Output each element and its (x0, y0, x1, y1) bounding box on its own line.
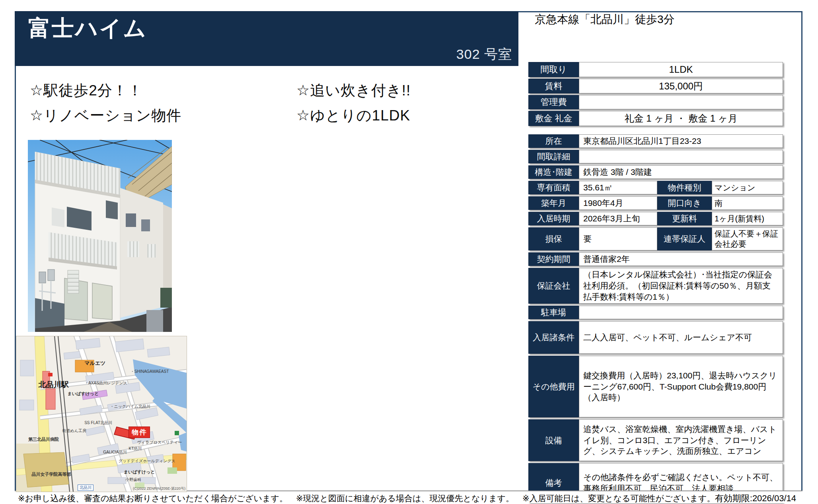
map-label-nick-heim: ・ニックハイム北品川 (110, 404, 150, 409)
station-access: 京急本線「北品川」徒歩3分 (535, 12, 675, 27)
map-label-mybasket-1: まいばすけっと (67, 391, 99, 397)
row-value: 追焚バス、浴室乾燥機、室内洗濯機置き場、バストイレ別、コンロ3口、エアコン付き、… (579, 419, 783, 461)
map-label-ss-flat: SS FLAT北品川 (84, 420, 112, 426)
row-value: （日本レンタル保証株式会社）･当社指定の保証会社利用必須。（初回保証料:賃料等の… (579, 268, 783, 304)
map-label-ono-dental: 小野歯科 (125, 477, 141, 483)
row-label: 損保 (528, 227, 579, 250)
map-label-galicia: GALICIA品川 (103, 450, 127, 455)
row-value-2: マンション (712, 181, 783, 194)
table-row: 間取り 1LDK (528, 62, 783, 77)
building-photo-art (28, 140, 172, 332)
table-row: 管理費 (528, 95, 783, 109)
table-row: 間取詳細 (528, 150, 783, 163)
row-label: 設備 (528, 419, 579, 461)
row-label: 築年月 (528, 196, 579, 210)
map-road-label: 北品川 (78, 485, 93, 491)
map-label-good-days: グッドデイズホールディングス (119, 458, 175, 464)
row-value: 礼金 1 ヶ月 ・ 敷金 1 ヶ月 (579, 111, 783, 126)
table-row: 損保 要 連帯保証人 保証人不要＋保証会社必要 (528, 227, 783, 250)
room-number: 302 号室 (456, 45, 512, 64)
row-value: 2026年3月上旬 (579, 212, 657, 225)
row-label: 管理費 (528, 95, 579, 109)
row-label: 構造･階建 (528, 165, 579, 179)
row-value: 鍵交換費用（入居時）23,100円、退去時ハウスクリーニング67,600円、T-… (579, 356, 783, 417)
map-label-maruetsu: マルエツ (84, 360, 105, 367)
map-copyright: (C)2022 ZENRIN(Z05E-第220号) (133, 486, 185, 491)
row-label: 賃料 (528, 79, 579, 94)
property-marker: 物件 (129, 426, 150, 438)
highlight-reheating-bath: ☆追い炊き付き!! (296, 81, 411, 101)
table-row: 入居諸条件 二人入居可、ペット不可、ルームシェア不可 (528, 321, 783, 354)
row-value (579, 95, 783, 109)
map-label-shinagawa-east: ・SHINAGAWAEAST (130, 369, 169, 374)
row-label: 専有面積 (528, 181, 579, 194)
row-value: 要 (579, 227, 657, 250)
row-value: 東京都品川区北品川1丁目23-23 (579, 134, 783, 148)
row-value-2: 1ヶ月(新賃料) (712, 212, 783, 225)
table-row: 所在 東京都品川区北品川1丁目23-23 (528, 134, 783, 148)
row-label: 敷金 礼金 (528, 111, 579, 126)
footer-notes: ※お申し込み後、審査の結果お断りさせていただく場合がございます。 ※現況と図面に… (18, 493, 715, 504)
row-label-2: 物件種別 (657, 181, 712, 194)
title-bar: 富士ハイム 302 号室 (15, 11, 518, 66)
map-label-axas: ・AXAS品川レジデンス (84, 380, 127, 386)
row-value (579, 150, 783, 163)
row-label: その他費用 (528, 356, 579, 417)
row-label-2: 更新料 (657, 212, 712, 225)
map-label-kt: KT品川 (129, 446, 142, 452)
highlight-walk: ☆駅徒歩2分！！ (30, 81, 143, 101)
property-flyer: 富士ハイム 302 号室 京急本線「北品川」徒歩3分 ☆駅徒歩2分！！ ☆追い炊… (0, 0, 818, 504)
location-map: 北品川駅 マルエツ まいばすけっと ・AXAS品川レジデンス ・SHINAGAW… (16, 336, 187, 492)
row-value: 普通借家2年 (579, 252, 783, 266)
row-value: 二人入居可、ペット不可、ルームシェア不可 (579, 321, 783, 354)
building-name: 富士ハイム (28, 14, 147, 44)
table-row: 入居時期 2026年3月上旬 更新料 1ヶ月(新賃料) (528, 212, 783, 225)
row-label: 入居時期 (528, 212, 579, 225)
highlight-1ldk: ☆ゆとりの1LDK (296, 106, 410, 126)
row-label: 契約期間 (528, 252, 579, 266)
table-row: 専有面積 35.61㎡ 物件種別 マンション (528, 181, 783, 194)
row-value: 1LDK (579, 62, 783, 77)
map-label-hospital: 第三北品川病院 (28, 436, 59, 442)
row-value: 135,000円 (579, 79, 783, 94)
table-row: 契約期間 普通借家2年 (528, 252, 783, 266)
table-row: その他費用 鍵交換費用（入居時）23,100円、退去時ハウスクリーニング67,6… (528, 356, 783, 417)
detail-table: 所在 東京都品川区北品川1丁目23-23 間取詳細 構造･階建 鉄骨造 3階 /… (528, 132, 783, 504)
map-label-girls-school: 品川女子学院高等部 (32, 471, 71, 477)
row-value: 35.61㎡ (579, 181, 657, 194)
map-label-station: 北品川駅 (39, 380, 69, 390)
row-value: 鉄骨造 3階 / 3階建 (579, 165, 783, 179)
row-label: 保証会社 (528, 268, 579, 304)
highlight-renovation: ☆リノベーション物件 (30, 106, 181, 126)
row-value-2: 保証人不要＋保証会社必要 (712, 227, 783, 250)
table-row: 保証会社 （日本レンタル保証株式会社）･当社指定の保証会社利用必須。（初回保証料… (528, 268, 783, 304)
map-label-noodle: 街道めん工房 (62, 428, 86, 434)
building-photo (28, 140, 172, 332)
table-row: 賃料 135,000円 (528, 79, 783, 94)
row-label: 駐車場 (528, 306, 579, 319)
table-row: 敷金 礼金 礼金 1 ヶ月 ・ 敷金 1 ヶ月 (528, 111, 783, 126)
row-label-2: 開口向き (657, 196, 712, 210)
row-label: 所在 (528, 134, 579, 148)
footer-bar: ※お申し込み後、審査の結果お断りさせていただく場合がございます。 ※現況と図面に… (15, 490, 802, 503)
row-label: 入居諸条件 (528, 321, 579, 354)
table-row: 構造･階建 鉄骨造 3階 / 3階建 (528, 165, 783, 179)
summary-table: 間取り 1LDK 賃料 135,000円 管理費 敷金 礼金 礼金 1 ヶ月 ・… (528, 60, 783, 128)
row-value: 1980年4月 (579, 196, 657, 210)
table-row: 駐車場 (528, 306, 783, 319)
row-value (579, 306, 783, 319)
map-label-villa: ヴィラプロスペリティー (137, 440, 182, 445)
row-label: 間取詳細 (528, 150, 579, 163)
expiry-date: 有効期限:2026/03/14 (715, 492, 796, 504)
table-row: 築年月 1980年4月 開口向き 南 (528, 196, 783, 210)
row-value-2: 南 (712, 196, 783, 210)
map-label-mybasket-2: まいばすけっと (124, 469, 155, 475)
table-row: 設備 追焚バス、浴室乾燥機、室内洗濯機置き場、バストイレ別、コンロ3口、エアコン… (528, 419, 783, 461)
row-label: 間取り (528, 62, 579, 77)
row-label-2: 連帯保証人 (657, 227, 712, 250)
